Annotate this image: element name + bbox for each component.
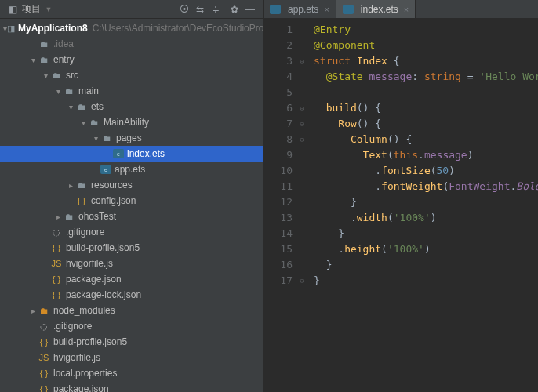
fold-marker[interactable]: ⊖ <box>296 100 307 116</box>
tree-root-path: C:\Users\Administrator\DevEcoStudioPro <box>93 23 263 34</box>
line-number[interactable]: 6 <box>264 100 293 116</box>
line-number[interactable]: 11 <box>264 179 293 194</box>
line-number[interactable]: 5 <box>264 85 293 100</box>
fold-marker <box>296 147 307 163</box>
tree-item-src[interactable]: ▾🖿src <box>0 67 263 83</box>
json-icon: { } <box>38 383 50 392</box>
tree-item-label: MainAbility <box>104 117 149 128</box>
line-number[interactable]: 10 <box>264 163 293 179</box>
tree-root[interactable]: ▾ ◨ MyApplication8 C:\Users\Administrato… <box>0 20 263 36</box>
code-line[interactable]: Text(this.message) <box>314 147 538 163</box>
line-number[interactable]: 1 <box>264 22 293 38</box>
tree-item-hvigorfile-js[interactable]: ▸JShvigorfile.js <box>0 256 263 271</box>
chevron-right-icon[interactable]: ▸ <box>53 212 63 221</box>
tree-item-package-lock-json[interactable]: ▸{ }package-lock.json <box>0 287 263 303</box>
tree-item-app-ets[interactable]: ▸eapp.ets <box>0 162 263 177</box>
chevron-down-icon[interactable]: ▾ <box>53 87 63 96</box>
line-number[interactable]: 17 <box>264 273 293 289</box>
collapse-icon[interactable]: ≑ <box>208 2 224 17</box>
tree-item-label: pages <box>116 132 142 143</box>
line-number[interactable]: 13 <box>264 210 293 226</box>
project-tree: ▾ ◨ MyApplication8 C:\Users\Administrato… <box>0 19 263 392</box>
fold-marker[interactable]: ⊖ <box>296 273 307 289</box>
chevron-right-icon[interactable]: ▸ <box>28 307 38 315</box>
code-line[interactable]: .fontSize(50) <box>314 163 538 179</box>
folder-icon: 🖿 <box>75 100 88 113</box>
tree-item-index-ets[interactable]: ▸eindex.ets <box>0 146 263 162</box>
code-line[interactable]: .height('100%') <box>314 241 538 257</box>
chevron-down-icon[interactable]: ▼ <box>41 2 56 17</box>
line-number[interactable]: 8 <box>264 132 293 147</box>
code-line[interactable]: @Entry <box>314 22 538 38</box>
code-line[interactable]: build() { <box>314 100 538 116</box>
tree-item-ohostest[interactable]: ▸🖿ohosTest <box>0 209 263 224</box>
tree-item-build-profile-json5[interactable]: ▸{ }build-profile.json5 <box>0 334 263 350</box>
code-line[interactable]: struct Index { <box>314 53 538 69</box>
code-line[interactable]: @State message: string = 'Hello World' <box>314 69 538 85</box>
line-number[interactable]: 14 <box>264 226 293 241</box>
tree-item-main[interactable]: ▾🖿main <box>0 83 263 99</box>
line-gutter[interactable]: 1234567891011121314151617 <box>264 19 296 392</box>
close-icon[interactable]: × <box>404 5 409 14</box>
code-line[interactable]: @Component <box>314 38 538 53</box>
chevron-down-icon[interactable]: ▾ <box>91 134 100 143</box>
tree-item-label: .gitignore <box>66 227 104 238</box>
fold-marker[interactable]: ⊖ <box>296 116 307 132</box>
chevron-down-icon[interactable]: ▾ <box>66 103 75 111</box>
chevron-down-icon[interactable]: ▾ <box>41 71 50 80</box>
line-number[interactable]: 4 <box>264 69 293 85</box>
close-icon[interactable]: × <box>324 5 329 14</box>
tree-item-mainability[interactable]: ▾🖿MainAbility <box>0 114 263 130</box>
target-icon[interactable]: ⦿ <box>176 2 192 17</box>
code-line[interactable]: Row() { <box>314 116 538 132</box>
chevron-down-icon[interactable]: ▾ <box>78 118 88 127</box>
tree-item-label: package-lock.json <box>66 289 141 300</box>
tree-item-pages[interactable]: ▾🖿pages <box>0 130 263 146</box>
chevron-right-icon[interactable]: ▸ <box>66 181 75 190</box>
tree-item-hvigorfile-js[interactable]: ▸JShvigorfile.js <box>0 350 263 365</box>
tab-app-ets[interactable]: app.ets× <box>264 0 336 18</box>
line-number[interactable]: 7 <box>264 116 293 132</box>
tree-item-label: app.ets <box>115 164 145 175</box>
line-number[interactable]: 3 <box>264 53 293 69</box>
line-number[interactable]: 9 <box>264 147 293 163</box>
line-number[interactable]: 2 <box>264 38 293 53</box>
code-line[interactable]: } <box>314 273 538 289</box>
line-number[interactable]: 12 <box>264 194 293 210</box>
fold-marker <box>296 257 307 273</box>
tree-item-package-json[interactable]: ▸{ }package.json <box>0 271 263 287</box>
line-number[interactable]: 15 <box>264 241 293 257</box>
tree-item-resources[interactable]: ▸🖿resources <box>0 177 263 193</box>
hide-icon[interactable]: — <box>242 2 258 17</box>
tree-item-local-properties[interactable]: ▸{ }local.properties <box>0 365 263 381</box>
code-line[interactable]: .width('100%') <box>314 210 538 226</box>
tree-item--idea[interactable]: ▸🖿.idea <box>0 36 263 52</box>
tree-item-node-modules[interactable]: ▸🖿node_modules <box>0 303 263 318</box>
tree-item-config-json[interactable]: ▸{ }config.json <box>0 193 263 209</box>
select-file-icon[interactable]: ⇆ <box>192 2 208 17</box>
chevron-down-icon[interactable]: ▾ <box>28 56 38 64</box>
project-dropdown-icon[interactable]: ◧ <box>5 2 20 17</box>
tab-index-ets[interactable]: index.ets× <box>336 0 416 18</box>
tree-item-build-profile-json5[interactable]: ▸{ }build-profile.json5 <box>0 240 263 256</box>
tree-item--gitignore[interactable]: ▸◌.gitignore <box>0 224 263 240</box>
fold-marker[interactable]: ⊖ <box>296 53 307 69</box>
fold-marker[interactable]: ⊖ <box>296 132 307 147</box>
code-area[interactable]: @Entry@Componentstruct Index { @State me… <box>307 19 538 392</box>
tree-item-package-json[interactable]: ▸{ }package.json <box>0 381 263 392</box>
json-icon: { } <box>38 367 50 379</box>
tree-item-entry[interactable]: ▾🖿entry <box>0 52 263 67</box>
line-number[interactable]: 16 <box>264 257 293 273</box>
code-line[interactable]: Column() { <box>314 132 538 147</box>
tree-item-ets[interactable]: ▾🖿ets <box>0 99 263 114</box>
tree-item-label: ohosTest <box>78 211 116 222</box>
code-line[interactable]: .fontWeight(FontWeight.Bold) <box>314 179 538 194</box>
code-line[interactable]: } <box>314 226 538 241</box>
code-line[interactable] <box>314 85 538 100</box>
code-line[interactable]: } <box>314 194 538 210</box>
code-line[interactable]: } <box>314 257 538 273</box>
tree-item-label: hvigorfile.js <box>53 352 100 363</box>
tree-item--gitignore[interactable]: ▸◌.gitignore <box>0 318 263 334</box>
gear-icon[interactable]: ✿ <box>227 2 242 17</box>
fold-gutter[interactable]: ⊖⊖⊖⊖⊖ <box>296 19 307 392</box>
